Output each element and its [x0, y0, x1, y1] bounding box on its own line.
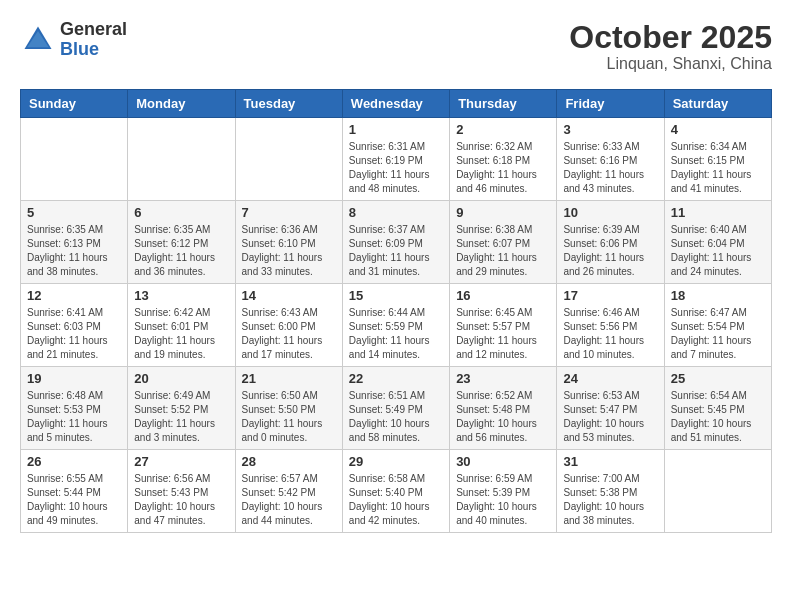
day-number: 6 — [134, 205, 228, 220]
calendar-cell: 12Sunrise: 6:41 AM Sunset: 6:03 PM Dayli… — [21, 284, 128, 367]
day-info: Sunrise: 6:59 AM Sunset: 5:39 PM Dayligh… — [456, 472, 550, 528]
calendar-cell: 1Sunrise: 6:31 AM Sunset: 6:19 PM Daylig… — [342, 118, 449, 201]
day-info: Sunrise: 6:47 AM Sunset: 5:54 PM Dayligh… — [671, 306, 765, 362]
day-number: 22 — [349, 371, 443, 386]
calendar-cell: 19Sunrise: 6:48 AM Sunset: 5:53 PM Dayli… — [21, 367, 128, 450]
logo-general-label: General — [60, 20, 127, 40]
day-number: 19 — [27, 371, 121, 386]
logo-icon — [20, 22, 56, 58]
logo-blue-label: Blue — [60, 40, 127, 60]
weekday-header-monday: Monday — [128, 90, 235, 118]
day-number: 4 — [671, 122, 765, 137]
day-number: 14 — [242, 288, 336, 303]
day-number: 13 — [134, 288, 228, 303]
calendar-cell: 22Sunrise: 6:51 AM Sunset: 5:49 PM Dayli… — [342, 367, 449, 450]
day-info: Sunrise: 6:55 AM Sunset: 5:44 PM Dayligh… — [27, 472, 121, 528]
calendar-cell: 8Sunrise: 6:37 AM Sunset: 6:09 PM Daylig… — [342, 201, 449, 284]
weekday-header-tuesday: Tuesday — [235, 90, 342, 118]
day-number: 29 — [349, 454, 443, 469]
day-info: Sunrise: 6:35 AM Sunset: 6:12 PM Dayligh… — [134, 223, 228, 279]
calendar-cell: 29Sunrise: 6:58 AM Sunset: 5:40 PM Dayli… — [342, 450, 449, 533]
calendar-cell: 17Sunrise: 6:46 AM Sunset: 5:56 PM Dayli… — [557, 284, 664, 367]
day-number: 10 — [563, 205, 657, 220]
calendar-cell: 9Sunrise: 6:38 AM Sunset: 6:07 PM Daylig… — [450, 201, 557, 284]
calendar-cell: 24Sunrise: 6:53 AM Sunset: 5:47 PM Dayli… — [557, 367, 664, 450]
calendar-week-1: 1Sunrise: 6:31 AM Sunset: 6:19 PM Daylig… — [21, 118, 772, 201]
day-number: 9 — [456, 205, 550, 220]
day-number: 8 — [349, 205, 443, 220]
calendar-cell: 16Sunrise: 6:45 AM Sunset: 5:57 PM Dayli… — [450, 284, 557, 367]
calendar-cell: 20Sunrise: 6:49 AM Sunset: 5:52 PM Dayli… — [128, 367, 235, 450]
day-info: Sunrise: 6:37 AM Sunset: 6:09 PM Dayligh… — [349, 223, 443, 279]
day-info: Sunrise: 6:42 AM Sunset: 6:01 PM Dayligh… — [134, 306, 228, 362]
calendar-cell: 15Sunrise: 6:44 AM Sunset: 5:59 PM Dayli… — [342, 284, 449, 367]
calendar-cell: 7Sunrise: 6:36 AM Sunset: 6:10 PM Daylig… — [235, 201, 342, 284]
day-number: 27 — [134, 454, 228, 469]
calendar-cell: 18Sunrise: 6:47 AM Sunset: 5:54 PM Dayli… — [664, 284, 771, 367]
day-info: Sunrise: 6:33 AM Sunset: 6:16 PM Dayligh… — [563, 140, 657, 196]
calendar-cell: 30Sunrise: 6:59 AM Sunset: 5:39 PM Dayli… — [450, 450, 557, 533]
day-info: Sunrise: 6:51 AM Sunset: 5:49 PM Dayligh… — [349, 389, 443, 445]
calendar-week-4: 19Sunrise: 6:48 AM Sunset: 5:53 PM Dayli… — [21, 367, 772, 450]
day-number: 20 — [134, 371, 228, 386]
calendar-cell: 2Sunrise: 6:32 AM Sunset: 6:18 PM Daylig… — [450, 118, 557, 201]
day-number: 25 — [671, 371, 765, 386]
title-block: October 2025 Linquan, Shanxi, China — [569, 20, 772, 73]
calendar-cell: 27Sunrise: 6:56 AM Sunset: 5:43 PM Dayli… — [128, 450, 235, 533]
day-info: Sunrise: 6:39 AM Sunset: 6:06 PM Dayligh… — [563, 223, 657, 279]
day-info: Sunrise: 6:40 AM Sunset: 6:04 PM Dayligh… — [671, 223, 765, 279]
calendar-cell: 25Sunrise: 6:54 AM Sunset: 5:45 PM Dayli… — [664, 367, 771, 450]
calendar-table: SundayMondayTuesdayWednesdayThursdayFrid… — [20, 89, 772, 533]
day-info: Sunrise: 6:34 AM Sunset: 6:15 PM Dayligh… — [671, 140, 765, 196]
calendar-cell — [235, 118, 342, 201]
weekday-header-sunday: Sunday — [21, 90, 128, 118]
day-info: Sunrise: 6:35 AM Sunset: 6:13 PM Dayligh… — [27, 223, 121, 279]
day-number: 16 — [456, 288, 550, 303]
day-info: Sunrise: 6:44 AM Sunset: 5:59 PM Dayligh… — [349, 306, 443, 362]
calendar-cell: 14Sunrise: 6:43 AM Sunset: 6:00 PM Dayli… — [235, 284, 342, 367]
day-number: 31 — [563, 454, 657, 469]
day-number: 5 — [27, 205, 121, 220]
calendar-cell: 31Sunrise: 7:00 AM Sunset: 5:38 PM Dayli… — [557, 450, 664, 533]
calendar-cell: 10Sunrise: 6:39 AM Sunset: 6:06 PM Dayli… — [557, 201, 664, 284]
day-number: 21 — [242, 371, 336, 386]
calendar-week-2: 5Sunrise: 6:35 AM Sunset: 6:13 PM Daylig… — [21, 201, 772, 284]
day-number: 18 — [671, 288, 765, 303]
day-number: 17 — [563, 288, 657, 303]
day-number: 11 — [671, 205, 765, 220]
calendar-cell: 21Sunrise: 6:50 AM Sunset: 5:50 PM Dayli… — [235, 367, 342, 450]
day-info: Sunrise: 6:54 AM Sunset: 5:45 PM Dayligh… — [671, 389, 765, 445]
day-number: 24 — [563, 371, 657, 386]
calendar-week-3: 12Sunrise: 6:41 AM Sunset: 6:03 PM Dayli… — [21, 284, 772, 367]
day-info: Sunrise: 6:38 AM Sunset: 6:07 PM Dayligh… — [456, 223, 550, 279]
calendar-cell: 13Sunrise: 6:42 AM Sunset: 6:01 PM Dayli… — [128, 284, 235, 367]
day-info: Sunrise: 6:50 AM Sunset: 5:50 PM Dayligh… — [242, 389, 336, 445]
logo: General Blue — [20, 20, 127, 60]
weekday-header-thursday: Thursday — [450, 90, 557, 118]
calendar-week-5: 26Sunrise: 6:55 AM Sunset: 5:44 PM Dayli… — [21, 450, 772, 533]
day-number: 28 — [242, 454, 336, 469]
calendar-cell — [664, 450, 771, 533]
calendar-cell: 23Sunrise: 6:52 AM Sunset: 5:48 PM Dayli… — [450, 367, 557, 450]
day-number: 30 — [456, 454, 550, 469]
day-number: 12 — [27, 288, 121, 303]
day-info: Sunrise: 6:53 AM Sunset: 5:47 PM Dayligh… — [563, 389, 657, 445]
day-info: Sunrise: 6:57 AM Sunset: 5:42 PM Dayligh… — [242, 472, 336, 528]
day-info: Sunrise: 6:48 AM Sunset: 5:53 PM Dayligh… — [27, 389, 121, 445]
calendar-cell: 6Sunrise: 6:35 AM Sunset: 6:12 PM Daylig… — [128, 201, 235, 284]
calendar-cell: 3Sunrise: 6:33 AM Sunset: 6:16 PM Daylig… — [557, 118, 664, 201]
day-info: Sunrise: 6:36 AM Sunset: 6:10 PM Dayligh… — [242, 223, 336, 279]
day-number: 26 — [27, 454, 121, 469]
day-number: 2 — [456, 122, 550, 137]
day-number: 7 — [242, 205, 336, 220]
day-info: Sunrise: 6:52 AM Sunset: 5:48 PM Dayligh… — [456, 389, 550, 445]
day-number: 15 — [349, 288, 443, 303]
logo-text: General Blue — [60, 20, 127, 60]
page-header: General Blue October 2025 Linquan, Shanx… — [20, 20, 772, 73]
day-info: Sunrise: 6:31 AM Sunset: 6:19 PM Dayligh… — [349, 140, 443, 196]
day-info: Sunrise: 6:46 AM Sunset: 5:56 PM Dayligh… — [563, 306, 657, 362]
calendar-cell: 4Sunrise: 6:34 AM Sunset: 6:15 PM Daylig… — [664, 118, 771, 201]
calendar-title: October 2025 — [569, 20, 772, 55]
calendar-cell: 11Sunrise: 6:40 AM Sunset: 6:04 PM Dayli… — [664, 201, 771, 284]
calendar-cell: 5Sunrise: 6:35 AM Sunset: 6:13 PM Daylig… — [21, 201, 128, 284]
